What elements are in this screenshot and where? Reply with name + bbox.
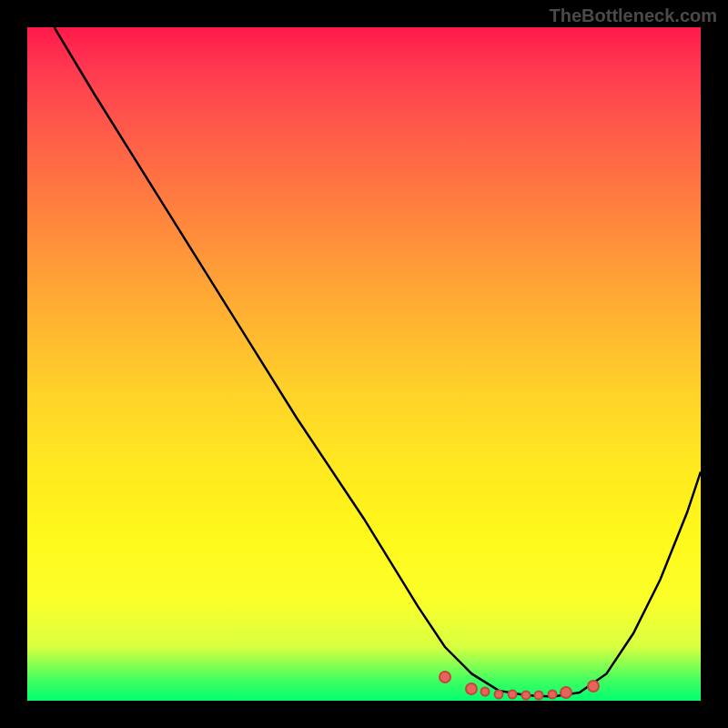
data-marker	[534, 691, 544, 701]
data-marker	[494, 689, 504, 699]
data-marker	[548, 690, 558, 700]
data-marker	[521, 691, 531, 701]
data-marker	[439, 671, 451, 683]
data-marker	[560, 686, 572, 699]
bottleneck-curve	[27, 27, 701, 701]
watermark-text: TheBottleneck.com	[550, 5, 717, 26]
data-marker	[507, 690, 517, 700]
data-marker	[587, 680, 600, 693]
data-marker	[465, 682, 478, 695]
data-marker	[480, 687, 490, 697]
